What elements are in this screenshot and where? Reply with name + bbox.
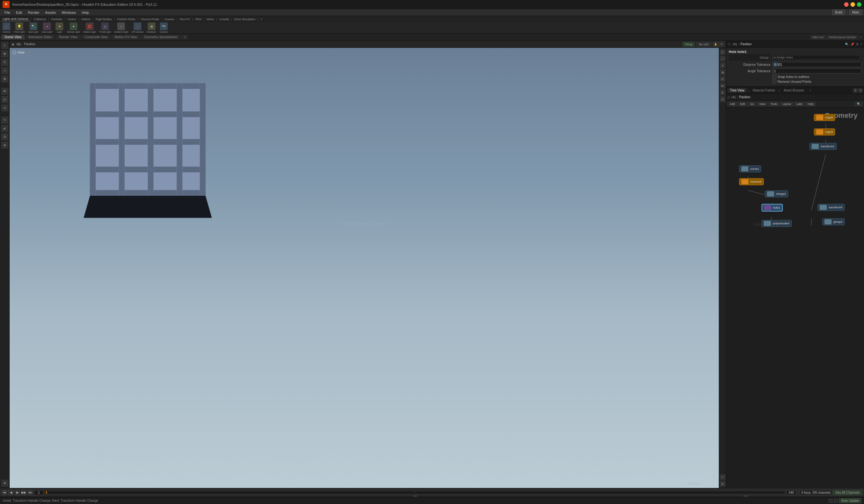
node-polyextrude4[interactable]: polyextrude4 bbox=[761, 220, 792, 227]
shelf-section-pyro[interactable]: Pyro FX bbox=[178, 17, 191, 21]
tool-light[interactable]: ☀ Light bbox=[54, 22, 64, 34]
snap-holes-checkbox[interactable] bbox=[772, 75, 776, 79]
vrt-display-options[interactable]: D bbox=[720, 49, 725, 55]
auto-update-btn[interactable]: Auto Update bbox=[839, 498, 862, 503]
build-button[interactable]: Build bbox=[832, 10, 845, 15]
shelf-section-grains[interactable]: Grains bbox=[67, 17, 78, 21]
vrt-camera-settings[interactable]: 🎥 bbox=[720, 96, 725, 102]
menu-file[interactable]: File bbox=[2, 10, 13, 15]
prop-search-btn[interactable]: 🔍 bbox=[845, 43, 849, 46]
tool-scale[interactable]: ⤡ bbox=[1, 67, 8, 74]
remove-unused-checkbox[interactable] bbox=[772, 79, 776, 84]
node-editor-canvas[interactable]: Geometry Education Edition bbox=[726, 108, 864, 488]
tool-vr-camera[interactable]: 🎥 VR Camera bbox=[130, 22, 145, 34]
shelf-section-lights[interactable]: Lights and Cameras bbox=[1, 17, 30, 21]
vrt-snap[interactable]: ⊕ bbox=[720, 89, 725, 95]
tool-instancer[interactable]: ⊞ Instancer bbox=[145, 22, 157, 34]
tl-prev-btn[interactable]: ◀ bbox=[8, 490, 13, 495]
tool-transform[interactable]: ⊞ bbox=[1, 75, 8, 83]
shelf-section-crowds[interactable]: Crowds bbox=[218, 17, 231, 21]
ne-btn-view[interactable]: View bbox=[757, 102, 768, 106]
ne-layout-btn[interactable]: ⊞ bbox=[853, 88, 857, 93]
status-icon1[interactable] bbox=[829, 499, 832, 503]
angle-tolerance-field[interactable]: 1 bbox=[772, 69, 862, 74]
ne-btn-layout[interactable]: Layout bbox=[780, 102, 793, 106]
shelf-section-wires[interactable]: Wires bbox=[205, 17, 215, 21]
ne-tab-asset-browser[interactable]: Asset Browser bbox=[781, 88, 807, 93]
tool-ambient-light[interactable]: ○ Ambient Light bbox=[113, 22, 130, 34]
main-dropdown[interactable]: Main bbox=[849, 10, 862, 15]
tool-snap[interactable]: ⊙ bbox=[1, 105, 8, 111]
tool-select[interactable]: ↖ bbox=[1, 42, 8, 49]
viewport-lock-btn[interactable]: 🔒 bbox=[713, 42, 718, 47]
tab-motion-fx[interactable]: Motion FX View bbox=[111, 35, 140, 39]
node-merge3[interactable]: merge3 bbox=[765, 190, 788, 197]
tab-render-view[interactable]: Render View bbox=[56, 35, 81, 39]
ne-btn-tools[interactable]: Tools bbox=[768, 102, 780, 106]
maximize-button[interactable] bbox=[857, 2, 862, 7]
ne-search-btn[interactable]: 🔍 bbox=[855, 102, 863, 106]
shelf-section-fem[interactable]: FEM bbox=[194, 17, 203, 21]
tool-camera2[interactable]: 📷 Camera bbox=[158, 22, 169, 34]
ne-path-pavilion[interactable]: Pavilion bbox=[739, 95, 750, 99]
shelf-section-particle-fluids[interactable]: Particle Fluids bbox=[116, 17, 137, 21]
minimize-button[interactable] bbox=[851, 2, 855, 7]
tool-rotate[interactable]: ↻ bbox=[1, 59, 8, 66]
tl-next-btn[interactable]: ▶▶ bbox=[21, 490, 26, 495]
viewport-3d[interactable]: Education Edition ⬡ Hole bbox=[10, 48, 719, 488]
tl-start-btn[interactable]: ⏮ bbox=[2, 490, 7, 495]
tool-move[interactable]: ✥ bbox=[1, 50, 8, 58]
status-icon2[interactable] bbox=[834, 499, 838, 503]
prop-pin-btn[interactable]: 📌 bbox=[851, 43, 854, 46]
node-copy9[interactable]: copy9 bbox=[814, 128, 835, 135]
ne-tab-add[interactable]: + bbox=[807, 88, 813, 93]
tool-view[interactable]: 👁 bbox=[1, 88, 8, 95]
shelf-section-helium[interactable]: Helium bbox=[80, 17, 92, 21]
tab-scene-view[interactable]: Scene View bbox=[1, 35, 25, 39]
shelf-section-particles[interactable]: Particles bbox=[50, 17, 64, 21]
ne-path-obj[interactable]: obj bbox=[731, 95, 735, 99]
tool-intense-light[interactable]: ✦ Intense Light bbox=[65, 22, 81, 34]
path-pavilion[interactable]: Pavilion bbox=[740, 42, 752, 46]
ne-btn-help[interactable]: Help bbox=[805, 102, 816, 106]
tool-point-light[interactable]: 💡 Point Light bbox=[13, 22, 26, 34]
breadcrumb-obj[interactable]: obj bbox=[16, 42, 21, 46]
vrt-lighting[interactable]: ☀ bbox=[720, 63, 725, 69]
tl-play-btn[interactable]: ▶ bbox=[15, 490, 20, 495]
ne-tab-tree-view[interactable]: Tree View bbox=[728, 88, 747, 93]
distance-tolerance-field[interactable]: 9.001 bbox=[772, 62, 862, 67]
performance-monitor-btn[interactable]: Performance Monitor bbox=[827, 35, 858, 39]
node-reverse5[interactable]: reverse5 bbox=[739, 178, 764, 185]
vrt-wireframe[interactable]: ⊡ bbox=[720, 76, 725, 82]
tool-paint[interactable]: 🖌 bbox=[1, 125, 8, 132]
persp-btn[interactable]: Persp bbox=[683, 42, 695, 47]
shelf-section-add[interactable]: + bbox=[259, 17, 263, 21]
node-group2[interactable]: group2 bbox=[822, 218, 845, 225]
tab-add[interactable]: + bbox=[181, 35, 188, 39]
tool-portal-light[interactable]: ◻ Portal Light bbox=[98, 22, 112, 34]
ne-split-btn[interactable]: ⊟ bbox=[858, 88, 863, 93]
tool-camera-view[interactable]: 🎥 bbox=[1, 96, 8, 103]
shelf-section-viscous[interactable]: Viscous Fluids bbox=[140, 17, 160, 21]
tool-handle[interactable]: ⊕ bbox=[1, 142, 8, 149]
ne-btn-edit[interactable]: Edit bbox=[738, 102, 747, 106]
menu-help[interactable]: Help bbox=[79, 10, 92, 15]
timeline-track[interactable]: 120 240 bbox=[45, 491, 785, 494]
ne-btn-add[interactable]: Add bbox=[728, 102, 737, 106]
shelf-section-collisions[interactable]: Collisions bbox=[33, 17, 48, 21]
menu-render[interactable]: Render bbox=[25, 10, 42, 15]
menu-assets[interactable]: Assets bbox=[43, 10, 58, 15]
vrt-fullscreen[interactable]: ⤢ bbox=[720, 474, 725, 480]
tab-animation-editor[interactable]: Animation Editor bbox=[25, 35, 55, 39]
ne-tab-material-palette[interactable]: Material Palette bbox=[750, 88, 778, 93]
tool-area-light[interactable]: ▪ Area Light bbox=[41, 22, 53, 34]
vrt-split[interactable]: ⊟ bbox=[720, 481, 725, 487]
frame-display[interactable]: 1 bbox=[34, 490, 44, 495]
tab-geometry-spreadsheet[interactable]: Geometry Spreadsheet bbox=[141, 35, 180, 39]
tool-settings[interactable]: ⚙ bbox=[1, 480, 8, 487]
shelf-section-rigid-bodies[interactable]: Rigid Bodies bbox=[94, 17, 113, 21]
node-curve1[interactable]: curve1 bbox=[739, 165, 761, 172]
tl-end-btn[interactable]: ⏭ bbox=[28, 490, 33, 495]
tool-camera[interactable]: 🎥 Camera bbox=[1, 22, 12, 34]
path-obj[interactable]: obj bbox=[733, 42, 737, 46]
